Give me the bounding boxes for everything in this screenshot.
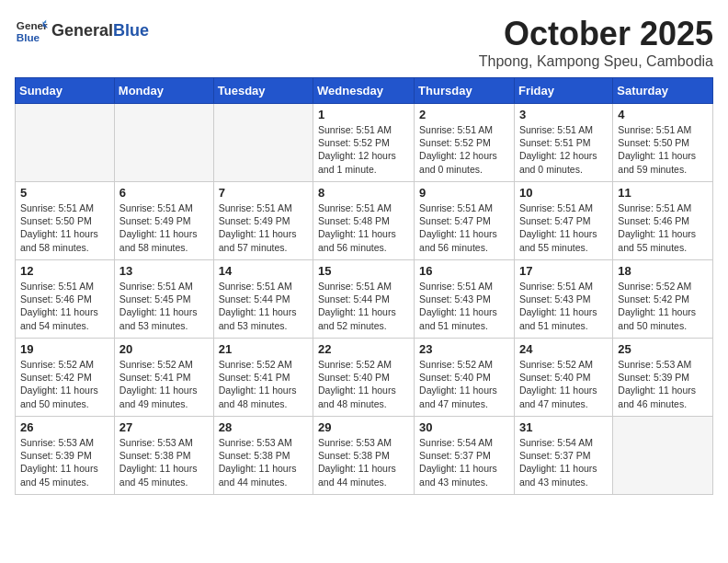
calendar-cell: 21Sunrise: 5:52 AM Sunset: 5:41 PM Dayli… [213,339,313,417]
day-content: Sunrise: 5:51 AM Sunset: 5:52 PM Dayligh… [318,123,409,176]
calendar-week-row: 1Sunrise: 5:51 AM Sunset: 5:52 PM Daylig… [16,104,713,182]
day-number: 11 [618,186,708,200]
day-number: 29 [318,420,409,434]
day-number: 15 [318,264,409,278]
calendar-week-row: 26Sunrise: 5:53 AM Sunset: 5:39 PM Dayli… [16,417,713,495]
day-number: 7 [219,186,308,200]
day-content: Sunrise: 5:54 AM Sunset: 5:37 PM Dayligh… [519,436,608,488]
calendar-cell: 18Sunrise: 5:52 AM Sunset: 5:42 PM Dayli… [613,260,713,339]
calendar-cell: 5Sunrise: 5:51 AM Sunset: 5:50 PM Daylig… [16,182,115,260]
calendar-cell: 3Sunrise: 5:51 AM Sunset: 5:51 PM Daylig… [514,104,612,182]
day-number: 6 [119,186,209,200]
calendar-cell: 14Sunrise: 5:51 AM Sunset: 5:44 PM Dayli… [213,260,313,339]
day-number: 23 [419,342,509,356]
calendar-cell: 20Sunrise: 5:52 AM Sunset: 5:41 PM Dayli… [114,339,213,417]
day-content: Sunrise: 5:51 AM Sunset: 5:49 PM Dayligh… [119,201,209,254]
calendar-cell: 19Sunrise: 5:52 AM Sunset: 5:42 PM Dayli… [16,339,115,417]
day-content: Sunrise: 5:53 AM Sunset: 5:38 PM Dayligh… [318,436,409,488]
day-content: Sunrise: 5:51 AM Sunset: 5:51 PM Dayligh… [519,123,608,176]
calendar-cell: 9Sunrise: 5:51 AM Sunset: 5:47 PM Daylig… [415,182,515,260]
day-content: Sunrise: 5:51 AM Sunset: 5:47 PM Dayligh… [419,201,509,254]
calendar-cell: 25Sunrise: 5:53 AM Sunset: 5:39 PM Dayli… [613,339,713,417]
calendar-cell: 24Sunrise: 5:52 AM Sunset: 5:40 PM Dayli… [514,339,612,417]
day-content: Sunrise: 5:51 AM Sunset: 5:52 PM Dayligh… [419,123,509,176]
day-number: 18 [618,264,708,278]
calendar-week-row: 12Sunrise: 5:51 AM Sunset: 5:46 PM Dayli… [16,260,713,339]
weekday-header-wednesday: Wednesday [313,78,415,104]
calendar-cell [213,104,313,182]
day-content: Sunrise: 5:51 AM Sunset: 5:50 PM Dayligh… [20,201,109,254]
day-content: Sunrise: 5:52 AM Sunset: 5:40 PM Dayligh… [519,358,608,410]
page-header: General Blue GeneralBlue October 2025 Th… [15,15,713,70]
day-content: Sunrise: 5:52 AM Sunset: 5:41 PM Dayligh… [119,358,209,410]
day-content: Sunrise: 5:53 AM Sunset: 5:39 PM Dayligh… [20,436,109,488]
calendar-cell [114,104,213,182]
day-number: 25 [618,342,708,356]
day-number: 22 [318,342,409,356]
weekday-header-sunday: Sunday [16,78,115,104]
calendar-cell: 16Sunrise: 5:51 AM Sunset: 5:43 PM Dayli… [415,260,515,339]
svg-text:Blue: Blue [17,31,40,43]
day-number: 8 [318,186,409,200]
day-content: Sunrise: 5:53 AM Sunset: 5:39 PM Dayligh… [618,358,708,410]
day-number: 5 [20,186,109,200]
weekday-header-tuesday: Tuesday [213,78,313,104]
day-number: 19 [20,342,109,356]
day-content: Sunrise: 5:52 AM Sunset: 5:41 PM Dayligh… [219,358,308,410]
day-number: 2 [419,108,509,121]
calendar-cell: 17Sunrise: 5:51 AM Sunset: 5:43 PM Dayli… [514,260,612,339]
day-content: Sunrise: 5:51 AM Sunset: 5:43 PM Dayligh… [519,280,608,332]
day-number: 20 [119,342,209,356]
day-content: Sunrise: 5:51 AM Sunset: 5:43 PM Dayligh… [419,280,509,332]
day-content: Sunrise: 5:51 AM Sunset: 5:44 PM Dayligh… [318,280,409,332]
calendar-cell: 7Sunrise: 5:51 AM Sunset: 5:49 PM Daylig… [213,182,313,260]
calendar-cell: 6Sunrise: 5:51 AM Sunset: 5:49 PM Daylig… [114,182,213,260]
day-number: 17 [519,264,608,278]
day-number: 9 [419,186,509,200]
weekday-header-monday: Monday [114,78,213,104]
calendar-cell: 1Sunrise: 5:51 AM Sunset: 5:52 PM Daylig… [313,104,415,182]
day-content: Sunrise: 5:53 AM Sunset: 5:38 PM Dayligh… [219,436,308,488]
month-title: October 2025 [479,15,713,53]
day-content: Sunrise: 5:51 AM Sunset: 5:45 PM Dayligh… [119,280,209,332]
day-number: 24 [519,342,608,356]
day-number: 28 [219,420,308,434]
logo-general-text: General [51,21,113,40]
calendar-cell: 4Sunrise: 5:51 AM Sunset: 5:50 PM Daylig… [613,104,713,182]
day-content: Sunrise: 5:54 AM Sunset: 5:37 PM Dayligh… [419,436,509,488]
weekday-header-friday: Friday [514,78,612,104]
calendar-cell: 27Sunrise: 5:53 AM Sunset: 5:38 PM Dayli… [114,417,213,495]
day-number: 14 [219,264,308,278]
calendar-cell: 28Sunrise: 5:53 AM Sunset: 5:38 PM Dayli… [213,417,313,495]
day-number: 21 [219,342,308,356]
day-content: Sunrise: 5:52 AM Sunset: 5:42 PM Dayligh… [20,358,109,410]
day-number: 13 [119,264,209,278]
day-number: 12 [20,264,109,278]
calendar-cell: 8Sunrise: 5:51 AM Sunset: 5:48 PM Daylig… [313,182,415,260]
title-section: October 2025 Thpong, Kampong Speu, Cambo… [479,15,713,70]
day-content: Sunrise: 5:51 AM Sunset: 5:46 PM Dayligh… [20,280,109,332]
calendar-week-row: 19Sunrise: 5:52 AM Sunset: 5:42 PM Dayli… [16,339,713,417]
day-number: 10 [519,186,608,200]
day-content: Sunrise: 5:52 AM Sunset: 5:42 PM Dayligh… [618,280,708,332]
day-content: Sunrise: 5:51 AM Sunset: 5:50 PM Dayligh… [618,123,708,176]
day-number: 16 [419,264,509,278]
weekday-header-row: SundayMondayTuesdayWednesdayThursdayFrid… [16,78,713,104]
day-content: Sunrise: 5:52 AM Sunset: 5:40 PM Dayligh… [318,358,409,410]
calendar-cell: 29Sunrise: 5:53 AM Sunset: 5:38 PM Dayli… [313,417,415,495]
calendar-cell: 12Sunrise: 5:51 AM Sunset: 5:46 PM Dayli… [16,260,115,339]
calendar-table: SundayMondayTuesdayWednesdayThursdayFrid… [15,77,713,495]
logo: General Blue GeneralBlue [15,15,149,48]
day-content: Sunrise: 5:51 AM Sunset: 5:47 PM Dayligh… [519,201,608,254]
day-content: Sunrise: 5:51 AM Sunset: 5:46 PM Dayligh… [618,201,708,254]
day-number: 27 [119,420,209,434]
logo-icon: General Blue [15,15,48,48]
calendar-cell: 15Sunrise: 5:51 AM Sunset: 5:44 PM Dayli… [313,260,415,339]
calendar-cell: 26Sunrise: 5:53 AM Sunset: 5:39 PM Dayli… [16,417,115,495]
calendar-cell: 11Sunrise: 5:51 AM Sunset: 5:46 PM Dayli… [613,182,713,260]
calendar-cell: 13Sunrise: 5:51 AM Sunset: 5:45 PM Dayli… [114,260,213,339]
day-number: 4 [618,108,708,121]
day-content: Sunrise: 5:51 AM Sunset: 5:44 PM Dayligh… [219,280,308,332]
weekday-header-saturday: Saturday [613,78,713,104]
day-number: 30 [419,420,509,434]
